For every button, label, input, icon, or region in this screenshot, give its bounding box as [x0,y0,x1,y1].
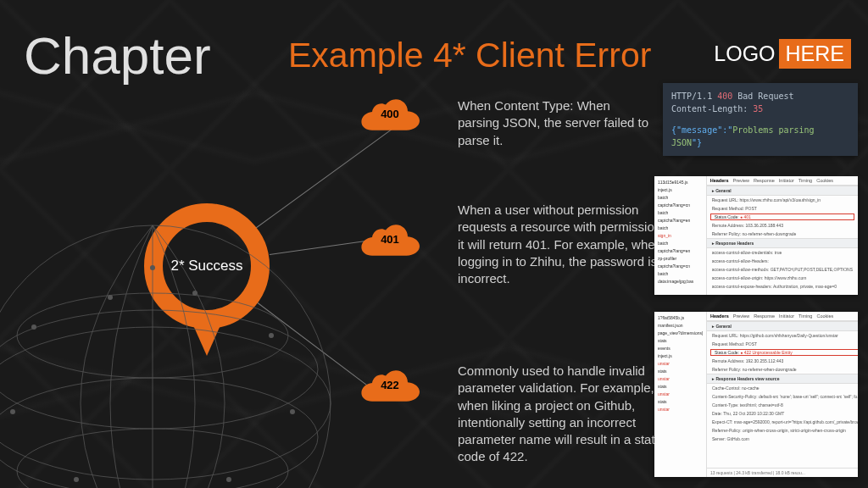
cloud-422: 422 [360,364,420,402]
devtools-tab: Cookies [816,313,833,319]
devtools-tab: Timing [798,313,812,319]
list-item: captcha?lang=cn [658,202,703,209]
list-item: inject.js [658,352,703,360]
row-request-url: Request URL: https://www.zhihu.com/api/v… [707,196,858,204]
cloud-422-label: 422 [360,364,420,402]
http-response-snippet: HTTP/1.1 400 Bad Request Content-Length:… [663,83,858,156]
network-request-list: 1?flat5845b.jsmanifest.jsonpage_view?dim… [654,312,707,477]
list-item: unstar [658,406,703,413]
row-header: Date: Thu, 22 Oct 2020 10:22:30 GMT [707,409,858,418]
row-header: Server: GitHub.com [707,435,858,443]
desc-400: When Content Type: When parsing JSON, th… [458,97,653,149]
devtools-tab: Initiator [779,313,794,319]
network-footer: 13 requests | 24.3 kB transferred | 18.0… [707,468,858,477]
list-item: stats [658,368,703,375]
devtools-tabs: HeadersPreviewResponseInitiatorTimingCoo… [707,176,858,186]
cloud-400-label: 400 [360,93,420,130]
list-item: stats [658,337,703,345]
devtools-tab: Response [754,178,775,183]
devtools-tabs: HeadersPreviewResponseInitiatorTimingCoo… [707,312,858,321]
devtools-tab: Timing [798,178,812,183]
list-item: stats [658,398,703,406]
devtools-tab: Headers [710,178,729,183]
devtools-tab: Headers [710,313,729,319]
devtools-tab: Cookies [816,178,833,183]
list-item: stats [658,383,703,391]
status-dot-icon: ● 422 Unprocessable Entity [740,350,792,355]
http-status-code: 400 [717,92,732,101]
list-item: data:image/jpg;bas [658,278,703,286]
list-item: batch [658,209,703,217]
list-item: manifest.json [658,322,703,330]
list-item: batch [658,225,703,232]
list-item: unstar [658,391,703,398]
logo-placeholder: LOGO HERE [714,39,851,69]
row-header: access-control-allow-Headers: [707,257,858,265]
section-response-headers: ▸ Response Headers view source [707,374,858,384]
devtools-tab: Initiator [779,178,794,183]
list-item: captcha?lang=cn [658,263,703,270]
bubble-pointer-icon [193,325,220,356]
devtools-tab: Preview [733,313,750,319]
row-remote: Remote Address: 192.30.255.112:443 [707,357,858,365]
row-header: Expect-CT: max-age=2592000, report-uri="… [707,418,858,426]
status-dot-icon: ● 401 [740,214,751,219]
row-header: access-control-expose-headers: Authoriza… [707,282,858,291]
success-label: 2* Success [170,258,242,274]
list-item: batch [658,240,703,247]
row-header: Content-Type: text/html; charset=utf-8 [707,401,858,409]
devtools-tab: Preview [732,178,749,183]
row-request-method: Request Method: POST [707,204,858,213]
list-item: captcha?lang=en [658,217,703,225]
row-referrer: Referrer Policy: no-referrer-when-downgr… [707,365,858,374]
row-header: Content-Security-Policy: default-src 'no… [707,392,858,401]
list-item: sign_in [658,232,703,240]
list-item: events [658,345,703,352]
list-item: batch [658,194,703,202]
row-header: Cache-Control: no-cache [707,384,858,392]
slide-title: Example 4* Client Error [288,36,651,75]
section-general: ▸ General [707,321,858,331]
http-line2a: Content-Length: [671,104,753,114]
status-code-box: Status Code: ● 401 [710,214,854,220]
devtools-tab: Response [754,313,775,319]
logo-text-1: LOGO [714,42,775,66]
desc-422: Commonly used to handle invalid paramete… [458,363,670,466]
cloud-401-label: 401 [360,219,420,256]
section-response-headers: ▸ Response Headers [707,238,858,248]
http-content-length: 35 [753,104,763,114]
row-remote: Remote Address: 103.36.205.188:443 [707,221,858,230]
list-item: page_view?dimensions[page]shfhhh%2F... [658,330,703,337]
row-header: access-control-allow-credentials: true [707,248,858,257]
list-item: 1?flat5845b.js [658,314,703,322]
row-referrer: Referrer Policy: no-referrer-when-downgr… [707,230,858,238]
cloud-400: 400 [360,93,420,130]
http-line1c: Bad Request [732,92,793,101]
devtools-panel-401: 113d15e9145.jsinject.jsbatchcaptcha?lang… [654,176,858,295]
list-item: captcha?lang=en [658,247,703,255]
row-header: Referrer-Policy: origin-when-cross-origi… [707,426,858,435]
status-code-box: Status Code: ● 422 Unprocessable Entity [710,349,858,356]
devtools-panel-422: 1?flat5845b.jsmanifest.jsonpage_view?dim… [654,312,858,477]
row-request-method: Request Method: POST [707,340,858,348]
json-close: "} [692,138,702,147]
list-item: unstar [658,375,703,383]
row-request-url: Request URL: https://github.com/shfshany… [707,331,858,340]
list-item: zp-profiler [658,255,703,263]
list-item: batch [658,270,703,278]
list-item: unstar [658,360,703,368]
list-item: inject.js [658,186,703,194]
desc-401: When a user without permission requests … [458,202,670,287]
http-line1a: HTTP/1.1 [671,92,717,101]
list-item: 113d15e9145.js [658,179,703,186]
json-open: {"message":" [671,125,732,135]
success-bubble: 2* Success [144,203,270,329]
logo-text-2: HERE [779,39,851,69]
chapter-label: Chapter [24,25,211,86]
row-header: access-control-allow-methods: GET,PATCH,… [707,265,858,274]
row-header: access-control-allow-origin: https://www… [707,274,858,282]
network-request-list: 113d15e9145.jsinject.jsbatchcaptcha?lang… [654,176,707,295]
section-general: ▸ General [707,186,858,196]
cloud-401: 401 [360,219,420,256]
